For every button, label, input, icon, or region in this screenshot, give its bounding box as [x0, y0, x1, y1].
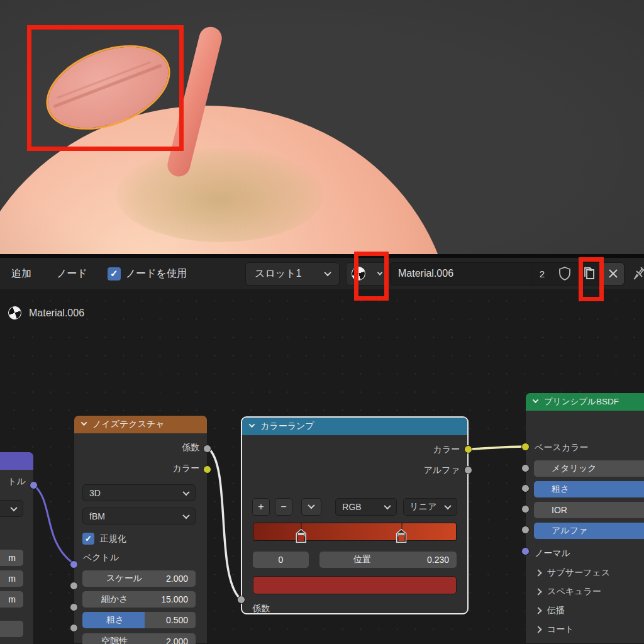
ramp-color-output-row: カラー [242, 439, 467, 460]
pin-icon[interactable] [631, 265, 644, 282]
node-vector-header[interactable] [0, 452, 33, 470]
noise-detail-field[interactable]: 細かさ 15.000 [82, 591, 196, 608]
slot-dropdown[interactable]: スロット1 [245, 262, 340, 286]
bsdf-section-specular[interactable]: スペキュラー [526, 582, 644, 601]
noise-node-header[interactable]: ノイズテクスチャ [74, 416, 207, 433]
normalize-label: 正規化 [100, 533, 126, 545]
bsdf-section-partial[interactable] [526, 640, 644, 644]
chevron-right-icon [535, 569, 541, 576]
node-noise-texture[interactable]: ノイズテクスチャ 係数 カラー 3D fBM ✓ 正規化 ベクトル スケール 2… [74, 415, 208, 644]
use-nodes-checkbox[interactable]: ✓ [108, 267, 121, 280]
bsdf-basecolor-input-row: ベースカラー [526, 437, 644, 458]
noise-node-title: ノイズテクスチャ [92, 419, 165, 430]
noise-scale-field[interactable]: スケール 2.000 [82, 570, 196, 587]
noise-lacunarity-field[interactable]: 空隙性 2.000 [82, 633, 196, 644]
noise-detail-input-socket[interactable] [70, 603, 78, 611]
chevron-right-icon [535, 588, 541, 595]
noise-fac-output-row: 係数 [74, 437, 207, 458]
collapse-chevron-icon [249, 421, 255, 428]
gradient-stop-1[interactable] [396, 529, 407, 543]
chevron-down-icon [308, 501, 314, 508]
bsdf-ior-field[interactable]: IOR [534, 502, 644, 518]
use-nodes-label: ノードを使用 [121, 264, 193, 284]
chevron-right-icon [535, 607, 541, 614]
noise-color-output-row: カラー [74, 458, 207, 479]
chevron-down-icon [384, 502, 391, 509]
annotation-leaf-rect [27, 25, 184, 151]
bsdf-roughness-input-socket[interactable] [521, 484, 530, 492]
close-icon [608, 269, 618, 279]
ramp-fac-input-row: 係数 [242, 598, 467, 619]
bsdf-section-subsurface[interactable]: サブサーフェス [526, 564, 644, 582]
breadcrumb: Material.006 [8, 306, 84, 319]
ramp-fac-input-socket[interactable] [237, 596, 245, 604]
noise-type-dropdown[interactable]: fBM [82, 508, 196, 525]
vector-output-row: トル [0, 470, 33, 494]
noise-fac-output-socket[interactable] [203, 445, 211, 453]
bsdf-normal-input-row: ノーマル [526, 543, 644, 564]
annotation-material-browse-rect [354, 252, 389, 301]
chevron-down-icon [182, 511, 189, 518]
chevron-down-icon [324, 269, 331, 276]
material-users-count[interactable]: 2 [531, 262, 553, 286]
bsdf-section-transmission[interactable]: 伝播 [526, 601, 644, 620]
noise-dimension-dropdown[interactable]: 3D [82, 484, 196, 501]
node-vector-partial[interactable]: トル m m m [0, 452, 34, 644]
vector-field-partial[interactable] [0, 621, 23, 637]
add-stop-button[interactable]: + [252, 498, 270, 516]
vector-node-dropdown[interactable] [0, 500, 23, 517]
bsdf-basecolor-input-socket[interactable] [521, 443, 530, 451]
noise-roughness-input-socket[interactable] [70, 624, 78, 632]
bsdf-node-header[interactable]: プリンシプルBSDF [526, 393, 644, 411]
gradient-stop-0[interactable] [296, 529, 306, 543]
chevron-right-icon [535, 626, 541, 633]
noise-vector-input-socket[interactable] [70, 560, 78, 569]
shader-editor-header: 追加 ノード ✓ ノードを使用 スロット1 Material.006 2 [0, 258, 644, 289]
bsdf-ior-input-socket[interactable] [521, 505, 530, 513]
node-color-ramp[interactable]: カラーランプ カラー アルファ + − RGB リニア [241, 416, 469, 614]
noise-roughness-field[interactable]: 粗さ 0.500 [82, 612, 196, 628]
menu-node[interactable]: ノード [50, 264, 94, 284]
chevron-down-icon [444, 502, 451, 509]
vector-output-socket[interactable] [30, 481, 38, 489]
slot-label: スロット1 [255, 267, 301, 280]
breadcrumb-material-name: Material.006 [29, 308, 84, 319]
ramp-alpha-output-row: アルファ [242, 460, 467, 480]
stop-color-swatch[interactable] [253, 576, 457, 594]
colorramp-node-title: カラーランプ [260, 421, 314, 432]
ramp-alpha-output-socket[interactable] [464, 466, 472, 474]
bsdf-alpha-field[interactable]: アルファ [534, 523, 644, 539]
bsdf-normal-input-socket[interactable] [521, 547, 530, 555]
color-mode-dropdown[interactable]: RGB [335, 498, 396, 516]
stop-position-field[interactable]: 位置 0.230 [319, 552, 457, 568]
chevron-down-icon [10, 504, 17, 511]
noise-scale-input-socket[interactable] [70, 582, 78, 590]
vector-field-x[interactable]: m [0, 550, 23, 566]
bsdf-alpha-input-socket[interactable] [521, 526, 530, 534]
material-name-value: Material.006 [398, 268, 453, 279]
ramp-options-dropdown[interactable] [301, 498, 321, 516]
vector-field-y[interactable]: m [0, 570, 23, 587]
stop-index-field[interactable]: 0 [253, 552, 309, 568]
bsdf-metallic-input-socket[interactable] [521, 464, 530, 472]
menu-add[interactable]: 追加 [5, 264, 38, 284]
noise-vector-input-row: ベクトル [74, 547, 207, 568]
bsdf-metallic-field[interactable]: メタリック [534, 460, 644, 477]
material-sphere-icon [6, 304, 23, 321]
vector-field-z[interactable]: m [0, 591, 23, 608]
ramp-color-output-socket[interactable] [464, 445, 472, 453]
bsdf-section-coat[interactable]: コート [526, 620, 644, 639]
gradient-ramp[interactable] [253, 523, 457, 541]
bsdf-roughness-field[interactable]: 粗さ [534, 481, 644, 497]
interpolation-dropdown[interactable]: リニア [403, 498, 457, 516]
fake-user-button[interactable] [553, 262, 577, 286]
collapse-chevron-icon [533, 397, 539, 403]
material-name-field[interactable]: Material.006 [390, 262, 531, 286]
shield-icon [558, 267, 571, 280]
unlink-material-button[interactable] [602, 262, 625, 286]
noise-color-output-socket[interactable] [203, 465, 211, 474]
colorramp-node-header[interactable]: カラーランプ [242, 418, 467, 435]
node-principled-bsdf[interactable]: プリンシプルBSDF ベースカラー メタリック 粗さ IOR アルファ ノーマル… [525, 392, 644, 644]
remove-stop-button[interactable]: − [275, 498, 292, 516]
normalize-checkbox[interactable]: ✓ [82, 533, 94, 545]
